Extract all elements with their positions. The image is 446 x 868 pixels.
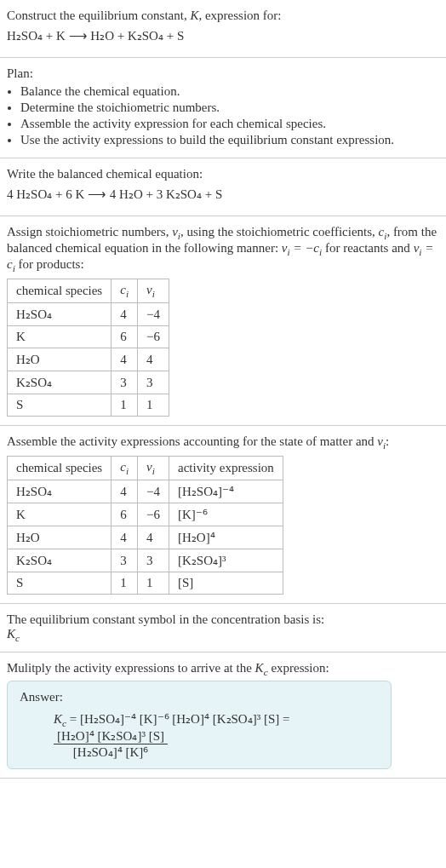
nu-eq-neg-c: νi = −ci bbox=[282, 241, 322, 255]
fraction-denominator: [H₂SO₄]⁴ [K]⁶ bbox=[54, 744, 168, 760]
c-i: ci bbox=[379, 225, 387, 239]
col-ci: ci bbox=[112, 457, 138, 480]
col-activity: activity expression bbox=[169, 457, 283, 480]
table-row: H₂SO₄4−4 bbox=[8, 303, 169, 326]
cell-c: 3 bbox=[112, 549, 138, 572]
cell-n: 4 bbox=[138, 526, 169, 549]
activity-table: chemical species ci νi activity expressi… bbox=[7, 456, 283, 595]
stoich-table: chemical species ci νi H₂SO₄4−4 K6−6 H₂O… bbox=[7, 279, 169, 417]
cell-species: S bbox=[8, 572, 112, 595]
cell-activity: [H₂SO₄]⁻⁴ bbox=[169, 480, 283, 503]
cell-n: −4 bbox=[138, 303, 169, 326]
activity-text: Assemble the activity expressions accoun… bbox=[7, 434, 377, 448]
cell-activity: [H₂O]⁴ bbox=[169, 526, 283, 549]
activity-text: : bbox=[386, 434, 389, 448]
answer-box: Answer: Kc = [H₂SO₄]⁻⁴ [K]⁻⁶ [H₂O]⁴ [K₂S… bbox=[7, 681, 392, 769]
cell-species: S bbox=[8, 394, 112, 417]
cell-n: 4 bbox=[138, 348, 169, 371]
answer-section: Mulitply the activity expressions to arr… bbox=[0, 652, 446, 779]
table-row: K₂SO₄33[K₂SO₄]³ bbox=[8, 549, 283, 572]
cell-c: 6 bbox=[112, 503, 138, 526]
balanced-title: Write the balanced chemical equation: bbox=[7, 167, 439, 181]
fraction-numerator: [H₂O]⁴ [K₂SO₄]³ [S] bbox=[54, 728, 168, 744]
cell-species: H₂SO₄ bbox=[8, 480, 112, 503]
activity-para: Assemble the activity expressions accoun… bbox=[7, 434, 439, 451]
K-symbol: K bbox=[190, 9, 198, 22]
cell-n: −4 bbox=[138, 480, 169, 503]
balanced-equation: 4 H₂SO₄ + 6 K ⟶ 4 H₂O + 3 K₂SO₄ + S bbox=[7, 181, 439, 207]
cell-activity: [S] bbox=[169, 572, 283, 595]
answer-label: Answer: bbox=[20, 690, 379, 704]
table-row: H₂O44 bbox=[8, 348, 169, 371]
cell-c: 4 bbox=[112, 526, 138, 549]
cell-c: 4 bbox=[112, 348, 138, 371]
cell-species: K₂SO₄ bbox=[8, 549, 112, 572]
unbalanced-equation: H₂SO₄ + K ⟶ H₂O + K₂SO₄ + S bbox=[7, 23, 439, 49]
cell-c: 1 bbox=[112, 394, 138, 417]
table-header-row: chemical species ci νi activity expressi… bbox=[8, 457, 283, 480]
Kc-symbol: Kc bbox=[7, 627, 439, 643]
cell-n: 1 bbox=[138, 572, 169, 595]
cell-n: −6 bbox=[138, 326, 169, 348]
cell-activity: [K₂SO₄]³ bbox=[169, 549, 283, 572]
mult-text: expression: bbox=[268, 661, 329, 675]
stoich-para: Assign stoichiometric numbers, νi, using… bbox=[7, 225, 439, 273]
activity-section: Assemble the activity expressions accoun… bbox=[0, 426, 446, 604]
col-ci: ci bbox=[112, 279, 138, 303]
symbol-section: The equilibrium constant symbol in the c… bbox=[0, 604, 446, 652]
table-row: K6−6 bbox=[8, 326, 169, 348]
symbol-line: The equilibrium constant symbol in the c… bbox=[7, 612, 439, 627]
stoich-section: Assign stoichiometric numbers, νi, using… bbox=[0, 216, 446, 426]
stoich-text: for products: bbox=[15, 257, 84, 271]
cell-n: 3 bbox=[138, 549, 169, 572]
plan-item: Determine the stoichiometric numbers. bbox=[20, 101, 439, 115]
col-species: chemical species bbox=[8, 279, 112, 303]
cell-c: 3 bbox=[112, 371, 138, 394]
cell-species: H₂O bbox=[8, 348, 112, 371]
answer-fraction: [H₂O]⁴ [K₂SO₄]³ [S] [H₂SO₄]⁴ [K]⁶ bbox=[54, 728, 168, 760]
plan-title: Plan: bbox=[7, 66, 439, 81]
stoich-text: , using the stoichiometric coefficients, bbox=[180, 225, 379, 239]
answer-expression: Kc = [H₂SO₄]⁻⁴ [K]⁻⁶ [H₂O]⁴ [K₂SO₄]³ [S]… bbox=[54, 711, 379, 760]
balanced-section: Write the balanced chemical equation: 4 … bbox=[0, 158, 446, 216]
col-species: chemical species bbox=[8, 457, 112, 480]
cell-species: K bbox=[8, 326, 112, 348]
intro-section: Construct the equilibrium constant, K, e… bbox=[0, 0, 446, 58]
intro-line: Construct the equilibrium constant, K, e… bbox=[7, 9, 439, 23]
cell-species: H₂SO₄ bbox=[8, 303, 112, 326]
cell-species: K bbox=[8, 503, 112, 526]
Kc-symbol: Kc bbox=[255, 661, 268, 675]
mult-text: Mulitply the activity expressions to arr… bbox=[7, 661, 255, 675]
cell-activity: [K]⁻⁶ bbox=[169, 503, 283, 526]
answer-lhs: = [H₂SO₄]⁻⁴ [K]⁻⁶ [H₂O]⁴ [K₂SO₄]³ [S] = bbox=[70, 712, 290, 726]
intro-text-b: , expression for: bbox=[198, 9, 281, 22]
plan-section: Plan: Balance the chemical equation. Det… bbox=[0, 58, 446, 158]
cell-species: K₂SO₄ bbox=[8, 371, 112, 394]
table-row: H₂O44[H₂O]⁴ bbox=[8, 526, 283, 549]
cell-c: 4 bbox=[112, 480, 138, 503]
stoich-text: Assign stoichiometric numbers, bbox=[7, 225, 172, 239]
cell-c: 1 bbox=[112, 572, 138, 595]
nu-i: νi bbox=[172, 225, 180, 239]
plan-item: Balance the chemical equation. bbox=[20, 84, 439, 99]
col-nui: νi bbox=[138, 279, 169, 303]
mult-title: Mulitply the activity expressions to arr… bbox=[7, 661, 439, 677]
table-row: S11[S] bbox=[8, 572, 283, 595]
cell-c: 4 bbox=[112, 303, 138, 326]
plan-item: Assemble the activity expression for eac… bbox=[20, 117, 439, 131]
table-header-row: chemical species ci νi bbox=[8, 279, 169, 303]
cell-n: −6 bbox=[138, 503, 169, 526]
cell-n: 1 bbox=[138, 394, 169, 417]
table-row: K6−6[K]⁻⁶ bbox=[8, 503, 283, 526]
table-row: H₂SO₄4−4[H₂SO₄]⁻⁴ bbox=[8, 480, 283, 503]
Kc-symbol: Kc bbox=[54, 712, 66, 726]
plan-list: Balance the chemical equation. Determine… bbox=[7, 84, 439, 147]
cell-c: 6 bbox=[112, 326, 138, 348]
cell-species: H₂O bbox=[8, 526, 112, 549]
cell-n: 3 bbox=[138, 371, 169, 394]
table-row: S11 bbox=[8, 394, 169, 417]
nu-i: νi bbox=[377, 434, 386, 448]
col-nui: νi bbox=[138, 457, 169, 480]
plan-item: Use the activity expressions to build th… bbox=[20, 133, 439, 147]
stoich-text: for reactants and bbox=[322, 241, 413, 255]
